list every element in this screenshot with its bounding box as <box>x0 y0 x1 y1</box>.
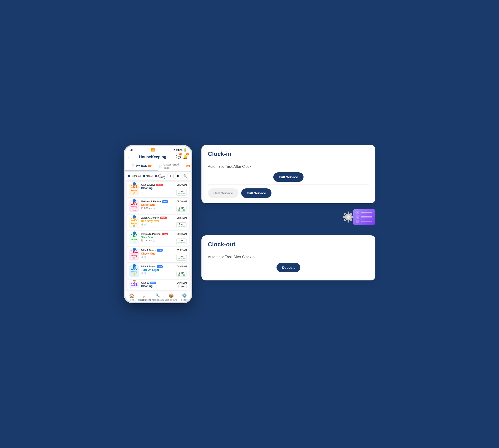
signal-icon <box>129 149 133 151</box>
check-item-3 <box>356 220 372 223</box>
task-list: 🔵 101 Luxury 🧹 Alan S. Lowe High Cleanin… <box>125 181 191 291</box>
guest-110: Jason C. Jensen <box>141 217 159 219</box>
half-service-button[interactable]: Half Service <box>208 188 239 198</box>
my-task-badge: 17 <box>148 165 152 167</box>
bottom-divider <box>208 185 369 185</box>
task-card-102[interactable]: 🔵 102 Luxury 🛁 Dennis K. Pauling High St… <box>127 231 189 246</box>
lost-found-icon: 📦 <box>169 293 174 298</box>
unassigned-icon: 📄 <box>159 165 162 168</box>
task-meta-109: ⏰ 2:30 am 🛁 <box>141 207 175 209</box>
guest-101: Alan S. Lowe <box>141 184 155 186</box>
clock-out-divider <box>208 251 369 251</box>
task-time-109: 06:20 AM <box>177 200 187 203</box>
tab-unassigned-task[interactable]: 📄 Unassigned Task 10 <box>158 161 191 171</box>
priority-110: High <box>160 217 167 219</box>
svg-rect-4 <box>343 216 345 217</box>
clock-out-title: Clock-out <box>208 241 369 248</box>
filter-mytask-label: My Task(5) <box>158 174 166 178</box>
task-card-110[interactable]: 🔵 110 Luxury 🧁 Jason C. Jensen High Half… <box>127 215 189 230</box>
area-dot <box>143 175 145 177</box>
task-main-106: Billy J. Burns Low Turn On Light 🧁 🛒 <box>141 265 175 277</box>
my-task-icon: 📋 <box>131 164 135 167</box>
room-icon-101: 🔵 <box>132 182 136 185</box>
task-card-101[interactable]: 🔵 101 Luxury 🧹 Alan S. Lowe High Cleanin… <box>127 182 189 197</box>
task-right-101: 06:30 AM Open 00:00:00 <box>176 184 187 195</box>
sort-button[interactable]: ⇅ <box>175 173 181 179</box>
search-button[interactable]: 🔍 <box>182 173 188 179</box>
nav-maintenance[interactable]: 🔧 Maintanance <box>151 293 165 301</box>
task-card-111[interactable]: 📅 111 Alan S. Low Cleaning 04:45 AM Open <box>127 280 189 290</box>
priority-102: High <box>161 233 168 235</box>
filter-area[interactable]: Area(3) <box>143 174 153 178</box>
bluetooth-icon: ✳ <box>173 149 175 151</box>
task-meta-106: 🧁 🛒 <box>141 272 175 274</box>
task-type-106: Turn On Light <box>141 268 175 272</box>
task-time-106: 04:45 AM <box>177 265 187 268</box>
task-meta-time-109: ⏰ 2:30 am <box>141 207 152 209</box>
task-meta-102: ⏰ 2:30 am 🛁 <box>141 240 175 242</box>
task-time-101: 06:30 AM <box>177 184 187 186</box>
priority-104: Low <box>157 249 163 252</box>
nav-housekeeping[interactable]: 🧹 Housekeeping <box>138 293 152 301</box>
room-type-106: Luxury <box>131 271 137 273</box>
task-type-110: Half Stay over <box>141 220 175 223</box>
home-icon: 🏠 <box>129 293 134 298</box>
deposit-button[interactable]: Deposit <box>276 263 300 272</box>
status-timer-101: 00:00:00 <box>178 193 185 195</box>
nav-home[interactable]: 🏠 Home <box>125 293 138 301</box>
right-panels: Clock-in Automatic Task After Clock-in F… <box>201 145 375 280</box>
clock-out-subtitle: Automatic Task After Clock-out <box>208 255 369 259</box>
task-time-111: 04:45 AM <box>177 282 187 284</box>
full-service-top-button[interactable]: Full Service <box>273 172 304 182</box>
task-right-106: 04:45 AM Open 00:00:00 <box>176 265 187 277</box>
maintenance-icon: 🔧 <box>155 293 161 298</box>
filter-chips: Room(12) Area(3) My Task(5) <box>128 174 166 178</box>
task-card-106[interactable]: 🔵 106 Luxury 💡 Billy J. Burns Low Turn O… <box>127 263 189 279</box>
task-type-104: Check Out <box>141 252 175 255</box>
guest-106: Billy J. Burns <box>141 265 156 268</box>
notifications-button[interactable]: 🔔 10 <box>183 155 188 160</box>
task-icon-104: 🧁 <box>132 257 136 260</box>
task-card-104[interactable]: 🔵 104 Luxury 🧁 Billy J. Burns Low Check … <box>127 247 189 262</box>
room-type-110: Luxury <box>131 222 137 224</box>
room-icon-106: 🔵 <box>132 264 136 267</box>
filter-mytask[interactable]: My Task(5) <box>155 174 166 178</box>
messages-button[interactable]: 💬 10 <box>176 155 181 160</box>
filter-room[interactable]: Room(12) <box>128 174 141 178</box>
phone-frame: 📶 ✳ 100% 🔋 ‹ HouseKeeping 💬 10 🔔 10 <box>124 145 192 303</box>
task-card-109[interactable]: 🔵 109 Luxury 🛏️ Matthew T. Fenton Low Ch… <box>127 198 189 214</box>
clock-out-panel: Clock-out Automatic Task After Clock-out… <box>201 235 375 280</box>
nav-maintenance-label: Maintanance <box>152 299 164 301</box>
task-type-101: Cleaning <box>141 187 175 190</box>
nav-setting[interactable]: ⚙️ Setting <box>178 293 191 301</box>
my-task-label: My Task <box>136 164 146 167</box>
app-title: HouseKeeping <box>139 155 166 159</box>
task-icon-109: 🛏️ <box>132 208 136 211</box>
nav-lost-found-label: Lost & Found <box>165 299 177 301</box>
clock-in-panel: Clock-in Automatic Task After Clock-in F… <box>201 145 375 203</box>
room-icon-102: 🔵 <box>132 231 136 235</box>
svg-point-1 <box>347 215 350 218</box>
status-badge-111: Open <box>178 285 187 288</box>
room-badge-111: 📅 111 <box>129 282 139 288</box>
task-right-110: 06:03 AM Open 00:00:00 <box>176 217 187 228</box>
task-icon-101: 🧹 <box>132 192 136 194</box>
top-service-row: Full Service <box>208 172 369 182</box>
priority-111: Low <box>150 282 156 284</box>
status-badge-102: Open 00:00:00 <box>176 239 187 244</box>
bottom-service-row: Half Service Full Service <box>208 188 369 198</box>
task-meta-110: 🧁 🛒 <box>141 223 175 225</box>
room-type-101: Luxury <box>131 189 137 191</box>
task-type-102: Stay Over <box>141 236 175 239</box>
back-button[interactable]: ‹ <box>128 155 129 159</box>
housekeeping-icon: 🧹 <box>142 293 147 298</box>
add-filter-button[interactable]: + <box>168 173 174 179</box>
full-service-bottom-button[interactable]: Full Service <box>241 188 272 198</box>
tab-my-task[interactable]: 📋 My Task 17 <box>125 161 158 171</box>
nav-lost-found[interactable]: 📦 Lost & Found <box>165 293 178 301</box>
task-main-101: Alan S. Lowe High Cleaning 🧹 <box>141 184 175 195</box>
check-item-2: ✓ <box>356 215 372 219</box>
room-type-104: Luxury <box>131 255 137 257</box>
task-main-110: Jason C. Jensen High Half Stay over 🧁 🛒 <box>141 217 175 228</box>
filter-row: Room(12) Area(3) My Task(5) + ⇅ 🔍 <box>125 172 191 181</box>
